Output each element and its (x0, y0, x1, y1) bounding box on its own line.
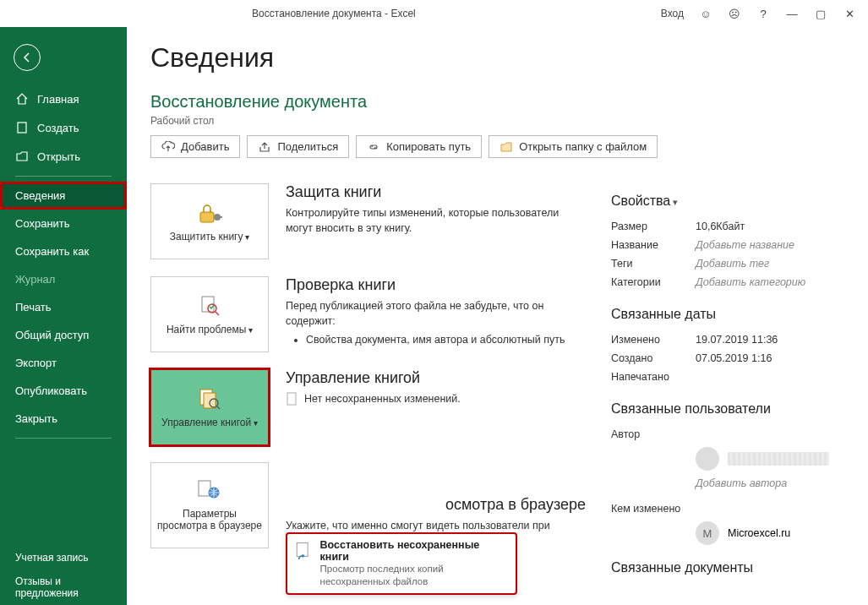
nav-info-label: Сведения (15, 189, 65, 202)
nav-print[interactable]: Печать (0, 293, 127, 321)
nav-feedback[interactable]: Отзывы и предложения (0, 570, 127, 605)
section-inspect: Найти проблемы Проверка книги Перед публ… (150, 276, 586, 352)
svg-rect-9 (287, 393, 296, 405)
prop-title[interactable]: Добавьте название (696, 239, 794, 251)
nav-history: Журнал (0, 265, 127, 293)
recover-icon (294, 539, 314, 564)
dates-group: Связанные даты (611, 307, 848, 322)
recover-title: Восстановить несохраненные книги (320, 539, 509, 563)
author-name-redacted (728, 452, 829, 466)
changedby-name: Microexcel.ru (728, 527, 790, 539)
share-icon (258, 141, 271, 153)
nav-open-label: Открыть (37, 150, 80, 163)
nav-new-label: Создать (37, 122, 79, 134)
changedby-avatar[interactable]: M (696, 521, 719, 545)
titlebar: Восстановление документа - Excel Вход ☺ … (0, 0, 868, 27)
inspect-bullet: Свойства документа, имя автора и абсолют… (306, 334, 586, 346)
related-docs-group: Связанные документы (611, 560, 848, 575)
prop-tags[interactable]: Добавить тег (696, 258, 769, 270)
section-protect: Защитить книгу Защита книги Контролируйт… (150, 183, 586, 259)
svg-rect-0 (18, 123, 26, 133)
minimize-button[interactable]: — (780, 2, 804, 25)
svg-rect-3 (216, 216, 222, 218)
link-icon (367, 141, 380, 153)
recover-popup[interactable]: Восстановить несохраненные книги Просмот… (286, 532, 517, 595)
page-heading: Сведения (150, 42, 848, 74)
inspect-icon (195, 293, 224, 319)
open-folder-button[interactable]: Открыть папку с файлом (489, 135, 658, 158)
cloud-upload-icon (161, 141, 175, 153)
section-manage: Управление книгой Управление книгой Нет … (150, 369, 586, 445)
properties-panel: Свойства Размер10,6Кбайт НазваниеДобавьт… (611, 183, 848, 584)
nav-account[interactable]: Учетная запись (0, 546, 127, 570)
users-group: Связанные пользователи (611, 401, 848, 417)
author-avatar[interactable] (696, 447, 719, 471)
manage-icon (195, 386, 224, 412)
protect-desc: Контролируйте типы изменений, которые по… (286, 206, 586, 236)
backstage-sidebar: Главная Создать Открыть Сведения Сохрани… (0, 27, 127, 605)
copy-path-button[interactable]: Копировать путь (356, 135, 482, 158)
content-pane: Сведения Восстановление документа Рабочи… (127, 27, 868, 605)
svg-rect-1 (200, 212, 214, 222)
doc-title: Восстановление документа (150, 92, 848, 112)
tile-browser[interactable]: Параметры просмотра в браузере (150, 462, 269, 548)
doc-icon (286, 392, 298, 406)
close-button[interactable]: ✕ (838, 2, 861, 25)
prop-size: 10,6Кбайт (696, 221, 745, 232)
nav-save[interactable]: Сохранить (0, 210, 127, 237)
nav-publish[interactable]: Опубликовать (0, 377, 127, 405)
props-group[interactable]: Свойства (611, 193, 678, 208)
tile-inspect[interactable]: Найти проблемы (150, 276, 269, 352)
protect-title: Защита книги (286, 183, 586, 201)
lock-icon (195, 200, 224, 226)
prop-cat[interactable]: Добавить категорию (696, 276, 805, 288)
nav-info[interactable]: Сведения (0, 182, 127, 210)
nav-share[interactable]: Общий доступ (0, 321, 127, 349)
folder-icon (500, 141, 513, 153)
inspect-title: Проверка книги (286, 276, 586, 294)
nav-export[interactable]: Экспорт (0, 349, 127, 377)
maximize-button[interactable]: ▢ (809, 2, 833, 25)
browser-icon (195, 479, 224, 501)
date-created: 07.05.2019 1:16 (696, 352, 772, 364)
face-frown-icon[interactable]: ☹ (723, 2, 746, 25)
svg-rect-7 (204, 393, 216, 408)
browser-title: осмотра в браузере (286, 496, 586, 514)
nav-home-label: Главная (37, 93, 79, 106)
inspect-desc: Перед публикацией этого файла не забудьт… (286, 299, 586, 329)
share-button[interactable]: Поделиться (247, 135, 349, 158)
nav-open[interactable]: Открыть (0, 142, 127, 171)
back-button[interactable] (14, 44, 41, 71)
tile-protect[interactable]: Защитить книгу (150, 183, 269, 259)
nav-new[interactable]: Создать (0, 113, 127, 142)
nav-saveas[interactable]: Сохранить как (0, 237, 127, 265)
manage-none: Нет несохраненных изменений. (304, 393, 461, 405)
upload-button[interactable]: Добавить (150, 135, 240, 158)
help-icon[interactable]: ? (751, 2, 775, 25)
tile-manage[interactable]: Управление книгой (150, 369, 269, 445)
signin-link[interactable]: Вход (661, 8, 684, 19)
nav-home[interactable]: Главная (0, 84, 127, 113)
toolbar: Добавить Поделиться Копировать путь Откр… (150, 135, 848, 158)
doc-location: Рабочий стол (150, 115, 848, 127)
manage-title: Управление книгой (286, 369, 586, 387)
add-author[interactable]: Добавить автора (696, 477, 787, 489)
recover-sub: Просмотр последних копий несохраненных ф… (320, 563, 509, 588)
date-modified: 19.07.2019 11:36 (696, 334, 778, 346)
window-title: Восстановление документа - Excel (7, 8, 661, 19)
face-smile-icon[interactable]: ☺ (694, 2, 718, 25)
nav-close[interactable]: Закрыть (0, 405, 127, 433)
